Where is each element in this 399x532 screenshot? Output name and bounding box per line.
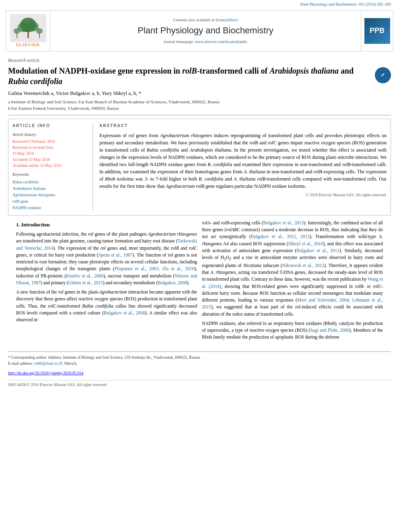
intro-paragraph2: A new function of the rol genes in the p… <box>16 289 197 323</box>
ref-bulgakov2008b[interactable]: Bulgakov et al., 2008 <box>104 310 145 315</box>
email-line: E-mail address: yn80@mail.ru (Y. Shkryl)… <box>8 360 391 366</box>
svg-point-6 <box>14 28 20 34</box>
keywords-label: Keywords: <box>12 172 88 177</box>
affiliation-b: b Far Eastern Federal University, Vladiv… <box>8 105 391 112</box>
article-dates: Received 9 February 2016 Received in rev… <box>12 138 88 168</box>
sciencedirect-line: Contents lists available at ScienceDirec… <box>173 17 238 23</box>
keyword-5: NADPH oxidases <box>12 205 88 211</box>
abstract-col: ABSTRACT Expression of rol genes from Ag… <box>99 123 387 211</box>
ref-gunter[interactable]: Günter et al., 2015 <box>68 280 103 285</box>
article-info-header: ARTICLE INFO <box>12 123 88 129</box>
article-history: Article history: Received 9 February 201… <box>12 132 88 168</box>
affiliation-a: a Institute of Biology and Soil Science,… <box>8 99 391 105</box>
ref-sagi[interactable]: Sagi and Fluhr, 2006 <box>310 328 349 333</box>
article-info-abstract: ARTICLE INFO Article history: Received 9… <box>8 119 391 216</box>
affiliations: a Institute of Biology and Soil Science,… <box>8 99 391 112</box>
article-content: Research article Modulation of NADPH-oxi… <box>0 54 399 347</box>
keyword-2: Arabidopsis thaliana <box>12 185 88 192</box>
article-info-col: ARTICLE INFO Article history: Received 9… <box>12 123 93 211</box>
tree-image <box>10 14 46 42</box>
corresponding-author: * Corresponding author. Address: Institu… <box>8 354 391 360</box>
copyright-line: © 2016 Elsevier Masson SAS. All rights r… <box>99 192 387 198</box>
ppb-logo-section: PPB <box>361 11 393 51</box>
ppb-logo: PPB <box>364 18 390 44</box>
doi-link[interactable]: http://dx.doi.org/10.1016/j.plaphy.2016.… <box>8 371 83 375</box>
crossmark-logo: ✓ <box>375 67 391 83</box>
keyword-4: rolB gene <box>12 198 88 205</box>
crossmark-circle: ✓ <box>375 67 391 83</box>
keywords-section: Keywords: Rubia cordifolia Arabidopsis t… <box>12 172 88 211</box>
sciencedirect-link[interactable]: ScienceDirect <box>215 18 238 22</box>
title-section: Modulation of NADPH-oxidase gene express… <box>8 66 391 86</box>
elsevier-logo-section: ELSEVIER <box>6 11 50 51</box>
corresponding-text: * Corresponding author. Address: Institu… <box>8 355 201 359</box>
section-divider <box>8 115 391 115</box>
page-container: Plant Physiology and Biochemistry 105 (2… <box>0 0 399 532</box>
keyword-1: Rubia cordifolia <box>12 179 88 185</box>
date-online: Available online 12 May 2016 <box>12 162 88 168</box>
intro-heading: 1. Introduction <box>16 221 197 228</box>
date-accepted: Accepted 10 May 2016 <box>12 156 88 162</box>
ref-spena[interactable]: Spena et al., 1987 <box>99 253 133 257</box>
article-type: Research article <box>8 57 391 64</box>
citation-bar: Plant Physiology and Biochemistry 105 (2… <box>0 0 399 8</box>
title-arabidopsis: Arabidopsis thaliana <box>269 66 339 75</box>
ref-piispanen[interactable]: Piispanen et al., 2003; Zla et al., 2010 <box>115 266 195 271</box>
homepage-link[interactable]: www.elsevier.com/locate/plaphy <box>195 39 247 44</box>
body-left-col: 1. Introduction Following agrobacterial … <box>16 220 197 343</box>
footnote-section: * Corresponding author. Address: Institu… <box>8 351 391 366</box>
title-part1: Modulation of NADPH-oxidase gene express… <box>8 66 182 75</box>
main-body: 1. Introduction Following agrobacterial … <box>8 220 391 343</box>
abstract-header: ABSTRACT <box>99 123 387 129</box>
history-label: Article history: <box>12 132 88 138</box>
title-rolb: rolB <box>182 66 197 75</box>
ref-kiselev[interactable]: Kiselev et al., 2006 <box>66 273 103 278</box>
title-part3: and <box>339 66 354 75</box>
journal-citation: Plant Physiology and Biochemistry 105 (2… <box>300 2 391 6</box>
email-name: (Y. Shkryl). <box>58 361 77 366</box>
date-received: Received 9 February 2016 <box>12 138 88 144</box>
ref-shkryl2010[interactable]: Shkryl et al., 2010 <box>288 241 323 246</box>
right-paragraph2: NADPH oxidases, also referred to as resp… <box>202 320 383 341</box>
intro-paragraph1: Following agrobacterial infection, the r… <box>16 231 197 286</box>
ref-mori[interactable]: Mori and Schroeder, 2004 <box>297 298 349 302</box>
ref-bulgakov2013b[interactable]: Bulgakov et al., 2013 <box>296 248 339 253</box>
journal-header-center: Contents lists available at ScienceDirec… <box>50 11 361 51</box>
ref-nikravesh[interactable]: Nikravesh et al., 2012 <box>282 263 324 268</box>
journal-header: ELSEVIER Contents lists available at Sci… <box>6 10 393 51</box>
date-revised-label: Received in revised form <box>12 144 88 150</box>
author-email[interactable]: yn80@mail.ru <box>34 361 58 366</box>
authors: Galina Veremeichik a, Victor Bulgakov a,… <box>8 90 391 97</box>
authors-text: Galina Veremeichik a, Victor Bulgakov a,… <box>8 90 141 96</box>
date-revised: 10 May 2016 <box>12 150 88 156</box>
sciencedirect-prefix: Contents lists available at <box>173 18 214 22</box>
elsevier-logo: ELSEVIER <box>10 14 46 48</box>
homepage-prefix: journal homepage: <box>164 39 194 44</box>
title-rubia: Rubia cordifolia <box>8 77 62 86</box>
svg-point-8 <box>36 28 43 34</box>
email-label: E-mail address: <box>8 361 33 366</box>
ref-bulgakov2013[interactable]: Bulgakov et al., 2013 <box>263 220 304 225</box>
ref-tarkowski[interactable]: Tarkowski and Vereecke, 2014 <box>16 238 197 250</box>
elsevier-text: ELSEVIER <box>16 42 40 48</box>
ref-bulgakov2012[interactable]: Bulgakov et al., 2012, 2013 <box>251 234 309 239</box>
keywords-list: Rubia cordifolia Arabidopsis thaliana Ag… <box>12 179 88 211</box>
ref-bulgakov2008[interactable]: Bulgakov, 2008 <box>158 280 187 285</box>
journal-title: Plant Physiology and Biochemistry <box>138 25 274 37</box>
title-part2: -transformed calli of <box>197 66 270 75</box>
keyword-3: Agrobacterium rhizogenes <box>12 192 88 198</box>
homepage-line: journal homepage: www.elsevier.com/locat… <box>164 39 247 45</box>
article-title: Modulation of NADPH-oxidase gene express… <box>8 66 371 86</box>
footer-bar: 0981-9428/© 2016 Elsevier Masson SAS. Al… <box>8 380 391 388</box>
body-right-col: rolA- and rolB-expressing cells (Bulgako… <box>202 220 383 343</box>
footer-issn: 0981-9428/© 2016 Elsevier Masson SAS. Al… <box>8 382 107 387</box>
right-paragraph1: rolA- and rolB-expressing cells (Bulgako… <box>202 220 383 318</box>
abstract-text: Expression of rol genes from Agrobacteri… <box>99 132 387 190</box>
doi-line: http://dx.doi.org/10.1016/j.plaphy.2016.… <box>0 369 399 378</box>
ref-lehmann[interactable]: Lehmann et al., 2015 <box>202 298 383 309</box>
